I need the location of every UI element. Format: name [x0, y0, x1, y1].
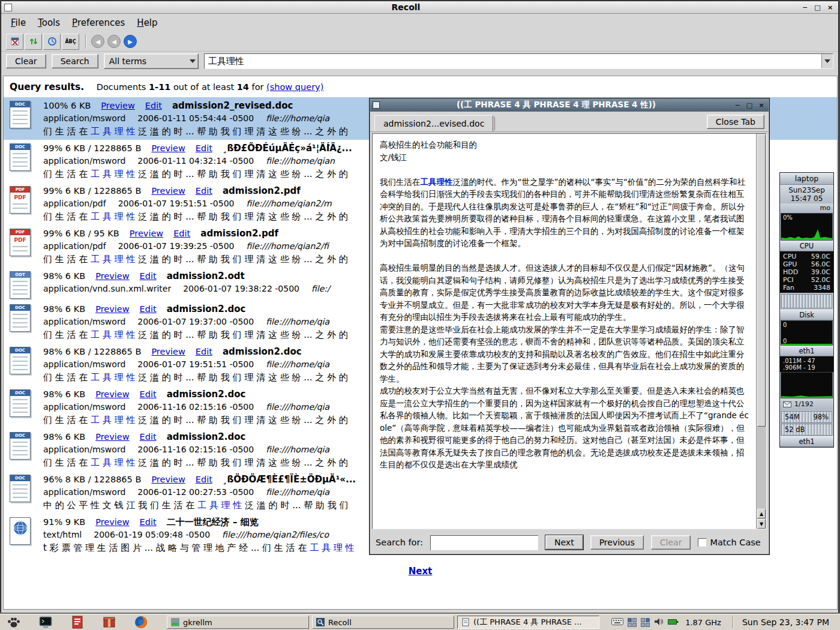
result-mime: application/msword	[43, 401, 125, 413]
preview-tab[interactable]: admission2...evised.doc	[374, 115, 493, 131]
edit-link[interactable]: Edit	[140, 388, 157, 401]
prev-page-icon[interactable]: ◀	[107, 35, 121, 48]
gkrellm-memory: 54M 98%	[781, 411, 832, 423]
scroll-down-icon[interactable]: ▼	[757, 519, 766, 529]
search-mode-select[interactable]: All terms	[104, 53, 199, 69]
highlighted-term: 工具理性	[421, 177, 453, 187]
first-page-icon[interactable]: ◀	[91, 35, 104, 48]
next-page-icon[interactable]: ▶	[124, 35, 137, 48]
preview-link[interactable]: Preview	[151, 345, 185, 358]
battery-icon[interactable]	[668, 617, 679, 627]
result-date: 2006-01-19 05:09:48 -0500	[94, 529, 210, 541]
toolbar-separator	[85, 34, 86, 49]
maximize-button[interactable]: □	[812, 3, 823, 12]
taskbar-task-gkrellm[interactable]: gkrellm	[167, 616, 309, 629]
preview-link[interactable]: Preview	[151, 142, 185, 155]
snippet-text: 们 生 活 在	[43, 169, 91, 179]
query-history-dropdown[interactable]	[821, 54, 833, 68]
history-icon[interactable]	[43, 34, 61, 50]
result-mime: application/pdf	[43, 240, 106, 253]
show-query-link[interactable]: (show query)	[266, 82, 323, 92]
result-score-size: 98% 6 KB / 1228865 B	[43, 345, 141, 358]
taskbar-clock[interactable]: Sun Sep 23, 3:47 PM	[742, 617, 836, 627]
result-url: file:///home/qia	[266, 486, 329, 499]
text-editor-icon[interactable]	[70, 615, 85, 629]
menu-tools[interactable]: Tools	[33, 16, 65, 30]
result-score-size: 91% 9 KB	[43, 515, 85, 529]
preview-link[interactable]: Preview	[101, 99, 134, 112]
query-input[interactable]	[205, 54, 821, 68]
results-summary: Documents 1-11 out of at least 14 for	[97, 82, 266, 92]
result-date: 2006-01-11 04:32:14 -0500	[137, 155, 254, 167]
firefox-icon[interactable]	[133, 615, 149, 629]
snippet-text: 们 生 活 在	[43, 329, 91, 340]
clear-button[interactable]: Clear	[6, 54, 46, 68]
preview-paragraph: 文/钱江	[380, 151, 749, 164]
preview-link[interactable]: Preview	[151, 184, 185, 197]
result-date: 2006-01-11 05:54:44 -0500	[137, 112, 254, 125]
result-filename: admission2.doc	[167, 388, 246, 401]
preview-link[interactable]: Preview	[95, 515, 129, 529]
preview-link[interactable]: Preview	[95, 269, 129, 283]
edit-link[interactable]: Edit	[140, 515, 157, 529]
result-snippet: 中 的 公 平 性 文 钱 江 我 们 生 活 在 工 具 理 性 泛 滥 的 …	[43, 499, 356, 512]
mail-count: 1/192	[794, 400, 814, 408]
minimize-button[interactable]: −	[800, 3, 810, 12]
menu-preferences[interactable]: Preferences	[67, 16, 130, 30]
preview-close-button[interactable]: ×	[757, 101, 766, 109]
preview-link[interactable]: Preview	[95, 430, 129, 443]
result-score-size: 99% 6 KB / 1228865 B	[43, 142, 141, 155]
pager-icon-2[interactable]	[641, 618, 650, 627]
close-button[interactable]: ×	[825, 3, 835, 12]
taskbar-task-recoll[interactable]: Recoll	[312, 616, 454, 629]
edit-link[interactable]: Edit	[140, 302, 157, 316]
scrollbar-thumb[interactable]	[757, 134, 766, 427]
sort-icon[interactable]	[25, 34, 42, 50]
find-clear-button[interactable]: Clear	[651, 535, 691, 550]
edit-link[interactable]: Edit	[173, 227, 190, 240]
preview-link[interactable]: Preview	[151, 473, 185, 486]
result-url: file:///home/qian	[266, 155, 335, 167]
preview-link[interactable]: Preview	[130, 227, 163, 240]
next-page-link[interactable]: Next	[409, 566, 433, 577]
menu-help[interactable]: Help	[132, 16, 162, 30]
scroll-up-icon[interactable]: ▲	[757, 509, 766, 518]
search-button[interactable]: Search	[52, 54, 98, 68]
result-date: 2006-01-07 19:37:00 -0500	[137, 316, 254, 328]
preview-link[interactable]: Preview	[95, 388, 129, 401]
paw-icon[interactable]	[6, 615, 22, 629]
preview-maximize-button[interactable]: □	[745, 101, 754, 109]
find-next-button[interactable]: Next	[545, 535, 583, 550]
preview-minimize-button[interactable]: −	[733, 101, 742, 109]
edit-link[interactable]: Edit	[196, 345, 212, 358]
edit-link[interactable]: Edit	[145, 99, 162, 112]
match-case-checkbox[interactable]	[698, 538, 706, 547]
result-score-size: 98% 6 KB	[43, 388, 85, 401]
main-title-bar[interactable]: Recoll − □ ×	[1, 1, 838, 14]
edit-link[interactable]: Edit	[196, 142, 212, 155]
menu-bar: File Tools Preferences Help	[1, 14, 838, 32]
find-previous-button[interactable]: Previous	[590, 535, 644, 550]
gkrellm-net-chart	[781, 372, 833, 398]
menu-file[interactable]: File	[6, 16, 31, 30]
toolbar: ÂBÇ ◀ ◀ ▶	[1, 32, 838, 52]
preview-scrollbar[interactable]: ▲ ▼	[756, 134, 766, 529]
find-input[interactable]	[430, 535, 538, 550]
terminal-icon[interactable]	[38, 615, 53, 629]
pager-icon[interactable]	[628, 618, 637, 627]
preview-title-bar[interactable]: ((工 PHRASE 4 具 PHRASE 4 理 PHRASE 4 性)) −…	[370, 98, 769, 112]
close-tab-button[interactable]: Close Tab	[707, 115, 764, 129]
term-explorer-icon[interactable]: ÂBÇ	[62, 34, 79, 50]
keyboard-icon[interactable]	[611, 617, 623, 628]
preview-link[interactable]: Preview	[95, 302, 129, 316]
package-icon[interactable]	[101, 615, 117, 629]
taskbar-task-preview[interactable]: ((工 PHRASE 4 具 PHRASE ...	[457, 616, 599, 629]
volume-icon[interactable]	[654, 617, 664, 628]
edit-link[interactable]: Edit	[140, 430, 157, 443]
clear-search-icon[interactable]	[6, 34, 23, 50]
preview-tab-bar: admission2...evised.doc Close Tab	[370, 112, 769, 132]
edit-link[interactable]: Edit	[196, 473, 212, 486]
edit-link[interactable]: Edit	[140, 269, 157, 283]
edit-link[interactable]: Edit	[196, 184, 212, 197]
snippet-text: 们 生 活 在	[43, 126, 91, 137]
